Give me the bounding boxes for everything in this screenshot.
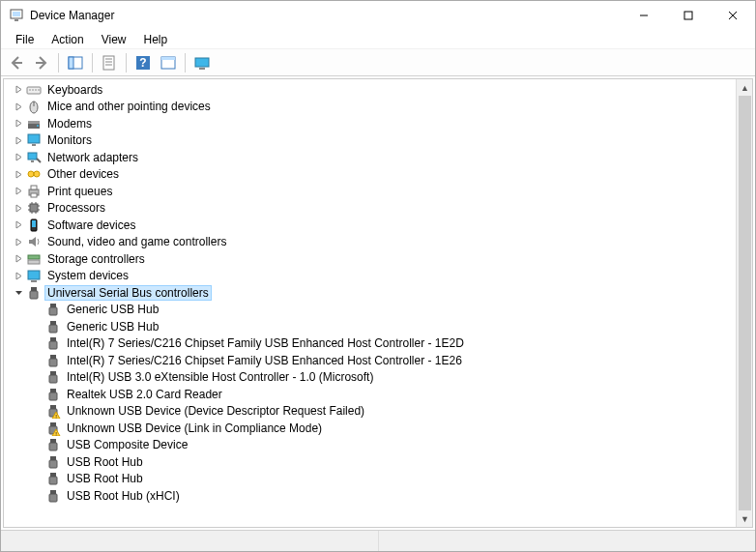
tree-item[interactable]: Intel(R) 7 Series/C216 Chipset Family US… [4,352,736,369]
tree-item[interactable]: Other devices [4,166,736,184]
svg-rect-56 [49,307,57,315]
statusbar [1,530,755,551]
menu-view[interactable]: View [93,31,135,48]
tree-item[interactable]: USB Root Hub [4,453,736,471]
tree-item[interactable]: Realtek USB 2.0 Card Reader [4,386,736,403]
svg-rect-65 [50,389,56,392]
tree-item[interactable]: Print queues [4,183,736,200]
svg-rect-75 [50,456,56,460]
svg-rect-60 [49,341,57,349]
tree-item[interactable]: !Unknown USB Device (Link in Compliance … [4,420,736,437]
back-button[interactable] [5,51,28,74]
tree-item[interactable]: Processors [4,200,736,218]
tree-item-label: Monitors [45,133,94,147]
expand-icon[interactable] [12,218,25,232]
mouse-icon [26,99,42,114]
show-hide-console-tree-icon [68,55,83,71]
expand-icon[interactable] [12,185,25,198]
tree-item-label: Modems [45,117,94,131]
scrollbar-thumb[interactable] [739,96,751,510]
expand-icon[interactable] [12,133,25,147]
tree-item-label: USB Root Hub [65,472,145,485]
menu-file[interactable]: File [7,31,43,48]
svg-rect-62 [49,359,57,366]
properties-button[interactable] [98,51,121,74]
svg-rect-74 [49,443,57,450]
tree-item[interactable]: Intel(R) USB 3.0 eXtensible Host Control… [4,369,736,387]
tree-item[interactable]: Intel(R) 7 Series/C216 Chipset Family US… [4,335,736,353]
monitor-icon [26,132,42,148]
forward-button[interactable] [30,51,53,74]
tree-item-label: Unknown USB Device (Link in Compliance M… [65,421,324,435]
expand-icon[interactable] [12,83,25,97]
usb-controller-icon [26,285,42,301]
scrollbar-up-arrow-icon[interactable]: ▲ [737,79,753,96]
expand-icon[interactable] [12,201,25,215]
system-device-icon [26,268,42,283]
tree-item[interactable]: Modems [4,115,736,132]
svg-rect-32 [31,160,34,162]
tree-item-label: Software devices [45,218,137,232]
device-manager-window: Device Manager File Action View Help ? K… [0,0,756,552]
maximize-button[interactable] [666,1,711,30]
svg-rect-49 [28,255,40,259]
expander-placeholder [31,303,44,316]
expand-icon[interactable] [12,100,25,113]
svg-rect-27 [28,121,40,124]
svg-point-22 [35,89,37,91]
tree-item[interactable]: Storage controllers [4,250,736,268]
tree-item[interactable]: Keyboards [4,81,736,99]
tree-item[interactable]: Generic USB Hub [4,318,736,335]
tree-item-label: Mice and other pointing devices [45,100,213,113]
usb-device-icon [45,319,61,334]
show-hidden-devices-button[interactable] [190,51,214,74]
minimize-button[interactable] [622,1,666,30]
software-device-icon [26,218,42,233]
tree-item[interactable]: USB Composite Device [4,437,736,454]
close-button[interactable] [711,1,755,30]
tree-item-label: Realtek USB 2.0 Card Reader [65,388,224,401]
usb-device-icon [45,387,61,402]
help-button[interactable]: ? [131,51,155,74]
svg-rect-8 [69,57,73,69]
expander-placeholder [31,370,44,384]
tree-item[interactable]: Generic USB Hub [4,302,736,319]
device-tree[interactable]: KeyboardsMice and other pointing devices… [4,79,736,527]
expand-icon[interactable] [12,269,25,282]
expand-icon[interactable] [12,151,25,164]
expand-icon[interactable] [12,167,25,181]
vertical-scrollbar[interactable]: ▲ ▼ [736,79,752,527]
svg-rect-66 [49,392,57,400]
expander-placeholder [31,388,44,401]
svg-rect-31 [28,153,37,160]
scrollbar-down-arrow-icon[interactable]: ▼ [737,510,753,527]
tree-item[interactable]: System devices [4,268,736,285]
svg-rect-1 [13,12,20,16]
tree-item[interactable]: Universal Serial Bus controllers [4,284,736,302]
tree-item[interactable]: Monitors [4,132,736,150]
svg-text:?: ? [139,56,146,70]
expand-icon[interactable] [12,117,25,131]
svg-rect-59 [50,337,56,341]
menu-action[interactable]: Action [43,31,92,48]
tree-item[interactable]: USB Root Hub (xHCI) [4,487,736,505]
collapse-icon[interactable] [12,286,25,300]
show-hide-console-tree-button[interactable] [64,51,87,74]
usb-device-icon [45,335,61,351]
action-menu-button[interactable] [157,51,180,74]
menu-help[interactable]: Help [135,31,177,48]
svg-rect-9 [103,56,114,70]
tree-item-label: Sound, video and game controllers [45,235,228,248]
tree-item[interactable]: Network adapters [4,149,736,166]
tree-item[interactable]: Mice and other pointing devices [4,99,736,116]
expand-icon[interactable] [12,252,25,266]
expand-icon[interactable] [12,235,25,248]
tree-item[interactable]: !Unknown USB Device (Device Descriptor R… [4,403,736,421]
tree-item-label: Intel(R) USB 3.0 eXtensible Host Control… [65,370,375,384]
svg-point-34 [34,171,40,177]
expander-placeholder [31,472,44,485]
toolbar-separator [58,53,59,73]
tree-item[interactable]: USB Root Hub [4,471,736,488]
tree-item[interactable]: Software devices [4,217,736,234]
tree-item[interactable]: Sound, video and game controllers [4,234,736,251]
